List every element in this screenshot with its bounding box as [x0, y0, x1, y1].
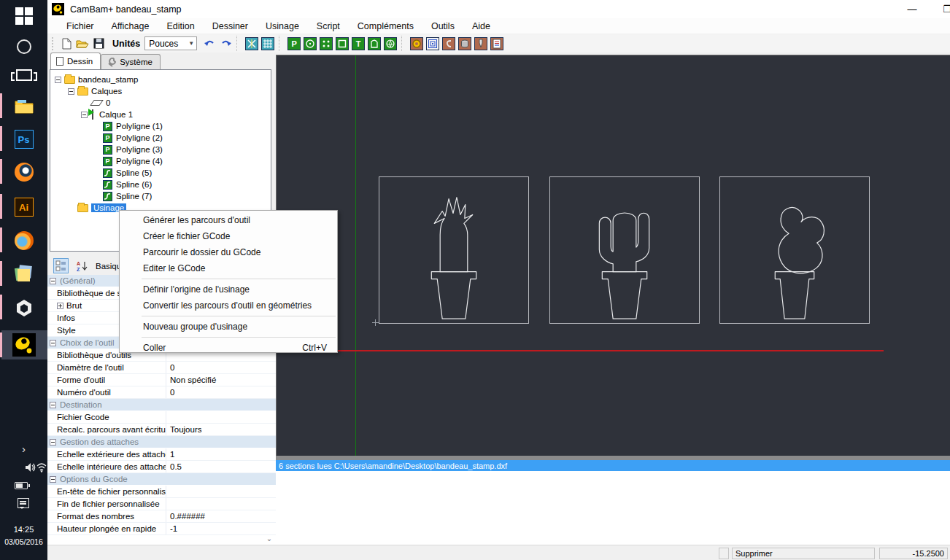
menu-coller[interactable]: CollerCtrl+V: [120, 340, 337, 356]
collapse-icon[interactable]: [81, 112, 88, 118]
collapse-icon[interactable]: [50, 439, 56, 446]
menu-script[interactable]: Script: [308, 20, 349, 33]
tree-item-spline-7[interactable]: Spline (7): [50, 190, 271, 202]
sticky-notes-button[interactable]: [0, 260, 47, 289]
vcarve-op-button[interactable]: [473, 36, 489, 51]
collapse-icon[interactable]: [50, 340, 56, 346]
redo-button[interactable]: [217, 36, 233, 51]
draw-text-button[interactable]: T: [350, 36, 366, 51]
draw-polyline-button[interactable]: P: [286, 36, 302, 51]
action-center-button[interactable]: [18, 498, 29, 508]
tree-item-polyligne-4[interactable]: PPolyligne (4): [50, 155, 271, 167]
draw-circle-button[interactable]: [302, 36, 318, 51]
tab-systeme[interactable]: Système: [101, 54, 161, 69]
photoshop-button[interactable]: Ps: [0, 125, 47, 154]
menu-edition[interactable]: Edition: [158, 20, 203, 33]
draw-rectangle-button[interactable]: [334, 36, 350, 51]
wifi-button[interactable]: [36, 462, 47, 475]
units-combobox[interactable]: Pouces ▼: [144, 36, 197, 50]
minimize-button[interactable]: —: [901, 1, 923, 16]
log-line-selected[interactable]: 6 sections lues C:\Users\amandine\Deskto…: [276, 460, 950, 471]
property-row[interactable]: Fin de fichier personnalisée: [47, 498, 276, 510]
tab-dessin[interactable]: Dessin: [50, 52, 101, 69]
tree-item-polyligne-2[interactable]: PPolyligne (2): [50, 132, 271, 144]
start-button[interactable]: [0, 1, 47, 31]
gcode-edit-button[interactable]: [489, 36, 505, 51]
battery-button[interactable]: [15, 482, 28, 489]
property-row[interactable]: En-tête de fichier personnalisée: [47, 486, 276, 498]
collapse-icon[interactable]: [50, 402, 56, 408]
menu-convertir-parcours[interactable]: Convertir les parcours d'outil en géomét…: [120, 298, 337, 314]
tree-item-spline-5[interactable]: Spline (5): [50, 167, 271, 179]
draw-points-button[interactable]: [318, 36, 334, 51]
menu-complements[interactable]: Compléments: [349, 20, 422, 33]
sort-alphabetical-button[interactable]: A Z: [74, 258, 90, 273]
task-view-button[interactable]: [0, 61, 47, 90]
property-row[interactable]: Hauteur plongée en rapide-1: [47, 523, 276, 535]
category-destination[interactable]: Destination: [47, 399, 276, 411]
categorized-view-button[interactable]: [53, 258, 69, 273]
profile-op-button[interactable]: [457, 36, 473, 51]
menu-creer-gcode[interactable]: Créer le fichier GCode: [120, 228, 337, 244]
tree-item-calques[interactable]: Calques: [50, 85, 271, 97]
menu-affichage[interactable]: Affichage: [103, 20, 158, 33]
cambam-taskbar-button[interactable]: [0, 330, 47, 359]
menu-usinage[interactable]: Usinage: [257, 20, 308, 33]
pocket-op-button[interactable]: [425, 36, 441, 51]
collapse-icon[interactable]: [50, 476, 56, 483]
draw-3d-button[interactable]: [382, 36, 398, 51]
illustrator-button[interactable]: Ai: [0, 192, 47, 222]
show-axes-button[interactable]: [244, 36, 260, 51]
undo-button[interactable]: [201, 36, 217, 51]
open-file-button[interactable]: [74, 36, 90, 51]
menu-aide[interactable]: Aide: [463, 20, 499, 33]
draw-surface-button[interactable]: [366, 36, 382, 51]
collapse-icon[interactable]: [50, 278, 56, 284]
property-row[interactable]: Fichier Gcode: [47, 411, 276, 424]
stamp-frame-2[interactable]: [549, 176, 700, 324]
tree-item-layer-0[interactable]: 0: [50, 97, 271, 109]
stamp-frame-1[interactable]: [379, 176, 529, 324]
menu-editer-gcode[interactable]: Editer le GCode: [120, 260, 337, 276]
collapse-icon[interactable]: [55, 77, 61, 83]
scroll-down-arrow[interactable]: ⌄: [264, 533, 274, 543]
property-row[interactable]: Echelle intérieure des attaches0.5: [47, 461, 276, 473]
firefox-button[interactable]: [0, 226, 47, 255]
engrave-op-button[interactable]: [441, 36, 457, 51]
blender-button[interactable]: [0, 158, 47, 187]
menu-outils[interactable]: Outils: [422, 20, 463, 33]
drawing-canvas[interactable]: [276, 55, 950, 456]
drill-op-button[interactable]: [409, 36, 425, 51]
property-row[interactable]: Forme d'outilNon spécifié: [47, 374, 276, 386]
expand-icon[interactable]: [57, 303, 63, 309]
tree-item-calque-1[interactable]: Calque 1: [50, 109, 271, 120]
tray-clock-date[interactable]: 03/05/2016: [0, 537, 47, 546]
property-row[interactable]: Recalc. parcours avant écritureToujours: [47, 424, 276, 436]
show-grid-button[interactable]: [260, 36, 276, 51]
menu-fichier[interactable]: Fichier: [58, 20, 103, 33]
category-options-gcode[interactable]: Options du Gcode: [47, 473, 276, 486]
unity-button[interactable]: [0, 293, 47, 322]
tree-item-spline-6[interactable]: Spline (6): [50, 179, 271, 190]
stamp-frame-3[interactable]: [719, 176, 870, 324]
menu-dessiner[interactable]: Dessiner: [204, 20, 257, 33]
restore-button[interactable]: ❐: [936, 1, 950, 16]
category-gestion-attaches[interactable]: Gestion des attaches: [47, 436, 276, 448]
property-row[interactable]: Format des nombres0.######: [47, 510, 276, 523]
collapse-icon[interactable]: [68, 88, 74, 95]
toolbar-grip[interactable]: [52, 37, 55, 50]
log-panel[interactable]: [276, 471, 950, 545]
file-explorer-button[interactable]: [0, 92, 47, 121]
property-row[interactable]: Echelle extérieure des attaches1: [47, 448, 276, 461]
property-row[interactable]: Diamètre de l'outil0: [47, 362, 276, 374]
tree-item-polyligne-3[interactable]: PPolyligne (3): [50, 144, 271, 155]
tray-expand-button[interactable]: ›: [0, 440, 47, 457]
tray-clock-time[interactable]: 14:25: [0, 525, 47, 534]
menu-parcourir-dossier-gcode[interactable]: Parcourir le dossier du GCode: [120, 244, 337, 260]
menu-definir-origine[interactable]: Définir l'origine de l'usinage: [120, 281, 337, 298]
cortana-button[interactable]: [0, 32, 47, 61]
tree-item-bandeau-stamp[interactable]: bandeau_stamp: [50, 74, 271, 85]
volume-button[interactable]: [25, 462, 36, 475]
tree-item-polyligne-1[interactable]: PPolyligne (1): [50, 120, 271, 132]
menu-generer-parcours[interactable]: Générer les parcours d'outil: [120, 212, 337, 228]
